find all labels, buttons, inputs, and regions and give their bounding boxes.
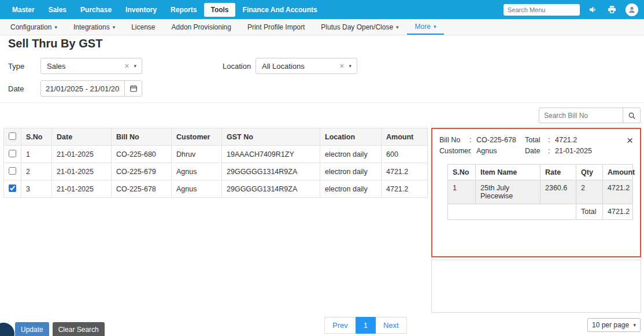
clear-icon[interactable]: × (121, 61, 132, 71)
customer-label: Customer (439, 146, 469, 157)
items-total-label: Total (576, 204, 603, 219)
nav-reports[interactable]: Reports (164, 3, 203, 17)
per-page-select[interactable]: 10 per page ▾ (587, 318, 641, 332)
subnav-integrations-label: Integrations (73, 23, 110, 31)
nav-sales[interactable]: Sales (42, 3, 73, 17)
page-title: Sell Thru By GST (8, 37, 102, 50)
nav-purchase[interactable]: Purchase (74, 3, 118, 17)
per-page-value: 10 per page (592, 321, 629, 329)
table-row: 3 21-01-2025 CO-225-678 Agnus 29GGGGG131… (4, 180, 428, 198)
chat-widget-button[interactable] (0, 323, 14, 336)
col-gst-no: GST No (222, 128, 320, 146)
table-row: 2 21-01-2025 CO-225-679 Agnus 29GGGGG131… (4, 163, 428, 180)
subnav-print-profile-import[interactable]: Print Profile Import (239, 19, 313, 35)
row-select-cell (4, 146, 21, 163)
type-select-value: Sales (41, 62, 121, 71)
top-navigation: Master Sales Purchase Inventory Reports … (0, 0, 644, 19)
subnav-integrations[interactable]: Integrations ▾ (65, 19, 123, 35)
chevron-down-icon[interactable]: ▾ (347, 63, 357, 69)
subnav-plutus-day-open-close[interactable]: Plutus Day Open/Close ▾ (313, 19, 406, 35)
search-bill-control (539, 108, 641, 123)
items-col-amount: Amount (603, 164, 633, 180)
row-checkbox[interactable] (9, 167, 16, 175)
item-name: 25th July Piecewise (476, 180, 541, 204)
topnav-right (504, 3, 638, 16)
subnav-configuration-label: Configuration (10, 23, 51, 31)
items-col-qty: Qty (576, 164, 603, 180)
subnav-more[interactable]: More ▾ (407, 19, 445, 35)
cell-gst-no: 29GGGGG1314R9ZA (222, 180, 320, 198)
cell-sno: 3 (21, 180, 52, 198)
menu-search-input[interactable] (504, 4, 580, 16)
cell-bill-no: CO-225-680 (112, 146, 172, 163)
printer-icon[interactable] (607, 5, 617, 14)
date-filter-label: Date (8, 84, 24, 93)
row-select-cell (4, 163, 21, 180)
subnav-license[interactable]: License (123, 19, 163, 35)
subnav-plutus-day-open-close-label: Plutus Day Open/Close (321, 23, 393, 31)
nav-tools[interactable]: Tools (204, 3, 235, 17)
detail-left-fields: Bill No : CO-225-678 Customer : Agnus (439, 135, 525, 157)
row-select-cell (4, 180, 21, 198)
col-location: Location (320, 128, 382, 146)
items-col-rate: Rate (541, 164, 576, 180)
nav-inventory[interactable]: Inventory (119, 3, 163, 17)
cell-sno: 2 (21, 163, 52, 180)
select-all-checkbox[interactable] (9, 132, 16, 140)
search-icon[interactable] (623, 108, 640, 123)
search-bill-input[interactable] (539, 108, 623, 123)
secondary-detail-panel (431, 260, 641, 313)
cell-sno: 1 (21, 146, 52, 163)
col-sno: S.No (21, 128, 52, 146)
cell-bill-no: CO-225-678 (112, 180, 172, 198)
cell-location: electron daily (320, 163, 382, 180)
items-total-row: Total 4721.2 (448, 204, 633, 219)
item-qty: 2 (576, 180, 603, 204)
separator: : (469, 135, 476, 146)
subnav-configuration[interactable]: Configuration ▾ (2, 19, 65, 35)
items-header-row: S.No Item Name Rate Qty Amount (448, 164, 633, 180)
row-checkbox[interactable] (9, 150, 16, 157)
subnav-print-profile-import-label: Print Profile Import (247, 23, 305, 31)
row-checkbox[interactable] (9, 184, 16, 192)
announcement-icon[interactable] (589, 5, 598, 14)
nav-master[interactable]: Master (6, 3, 41, 17)
nav-finance-and-accounts[interactable]: Finance And Accounts (236, 3, 324, 17)
location-filter-label: Location (223, 62, 251, 71)
cell-amount: 4721.2 (382, 180, 428, 198)
calendar-icon[interactable] (124, 81, 142, 96)
cell-gst-no: 29GGGGG1314R9ZA (222, 163, 320, 180)
date-label: Date (525, 146, 548, 157)
close-icon[interactable]: × (627, 135, 633, 157)
clear-search-button[interactable]: Clear Search (53, 322, 105, 336)
cell-bill-no: CO-225-679 (112, 163, 172, 180)
type-filter-label: Type (8, 62, 24, 71)
pagination-next-button[interactable]: Next (375, 317, 407, 334)
cell-amount: 600 (382, 146, 428, 163)
separator: : (548, 146, 555, 157)
detail-right-fields: Total : 4721.2 Date : 21-01-2025 (525, 135, 623, 157)
pagination-page-1-button[interactable]: 1 (356, 317, 376, 334)
bill-items-table: S.No Item Name Rate Qty Amount 1 25th Ju… (447, 164, 633, 220)
clear-icon[interactable]: × (336, 61, 347, 71)
cell-date: 21-01-2025 (52, 146, 112, 163)
cell-location: electron daily (320, 180, 382, 198)
subnav-addon-provisioning[interactable]: Addon Provisioning (164, 19, 239, 35)
item-rate: 2360.6 (541, 180, 576, 204)
chevron-down-icon[interactable]: ▾ (132, 63, 142, 69)
update-button[interactable]: Update (15, 322, 49, 336)
bill-no-label: Bill No (439, 135, 469, 146)
user-avatar[interactable] (626, 3, 638, 16)
table-header-row: S.No Date Bill No Customer GST No Locati… (4, 128, 428, 146)
date-range-control (40, 80, 142, 97)
col-date: Date (52, 128, 112, 146)
select-all-cell (4, 128, 21, 146)
chevron-down-icon: ▾ (396, 24, 399, 30)
col-bill-no: Bill No (112, 128, 172, 146)
date-range-input[interactable] (41, 81, 124, 96)
cell-customer: Agnus (172, 180, 222, 198)
item-sno: 1 (448, 180, 476, 204)
type-select[interactable]: Sales × ▾ (40, 58, 142, 74)
pagination-prev-button[interactable]: Prev (324, 317, 356, 334)
location-select[interactable]: All Locations × ▾ (256, 58, 357, 74)
